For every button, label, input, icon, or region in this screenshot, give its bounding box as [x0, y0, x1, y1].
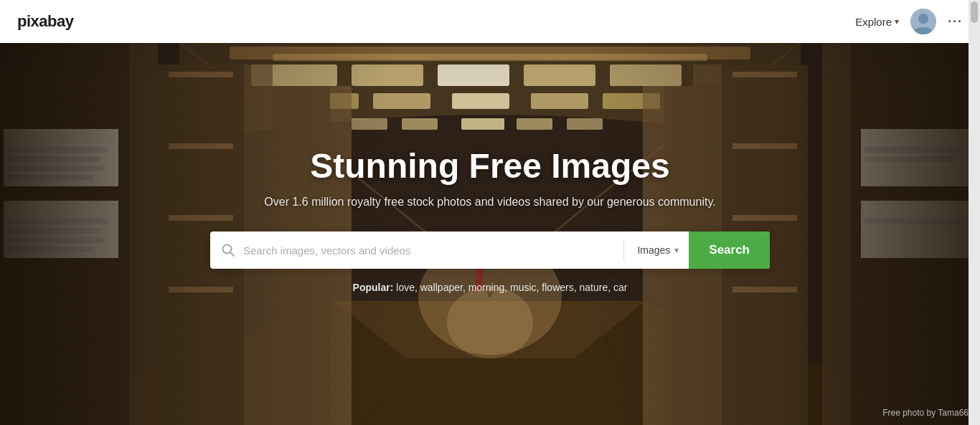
- search-type-chevron: ▾: [674, 245, 679, 255]
- scrollbar-thumb[interactable]: [971, 1, 978, 23]
- search-bar: Images ▾ Search: [210, 231, 770, 269]
- search-icon: [210, 244, 243, 257]
- search-type-dropdown[interactable]: Images ▾: [627, 244, 689, 256]
- popular-tags: Popular: love, wallpaper, morning, music…: [353, 282, 628, 293]
- header-right: Explore ▾ ···: [855, 9, 963, 34]
- avatar-icon: [910, 9, 936, 34]
- header: pixabay Explore ▾ ···: [0, 0, 980, 43]
- explore-chevron: ▾: [895, 16, 899, 27]
- popular-tag-list: love, wallpaper, morning, music, flowers…: [396, 282, 627, 293]
- search-input[interactable]: [243, 244, 621, 257]
- photo-credit: Free photo by Tama66: [882, 408, 969, 418]
- search-divider: [623, 239, 624, 262]
- hero-content: Stunning Free Images Over 1.6 million ro…: [0, 43, 980, 425]
- hero-subtitle: Over 1.6 million royalty free stock phot…: [264, 196, 715, 209]
- popular-label: Popular:: [353, 282, 394, 293]
- more-button[interactable]: ···: [948, 14, 963, 29]
- explore-button[interactable]: Explore ▾: [855, 16, 899, 28]
- search-type-label: Images: [637, 244, 670, 256]
- avatar[interactable]: [910, 9, 936, 34]
- svg-point-73: [918, 14, 928, 24]
- hero-section: pixabay Explore ▾ ··· Stunning Free Imag…: [0, 0, 980, 425]
- logo[interactable]: pixabay: [17, 12, 73, 31]
- explore-label: Explore: [855, 16, 892, 28]
- scrollbar[interactable]: [969, 0, 980, 425]
- search-button[interactable]: Search: [689, 231, 770, 269]
- svg-line-75: [230, 252, 234, 256]
- hero-title: Stunning Free Images: [310, 146, 669, 186]
